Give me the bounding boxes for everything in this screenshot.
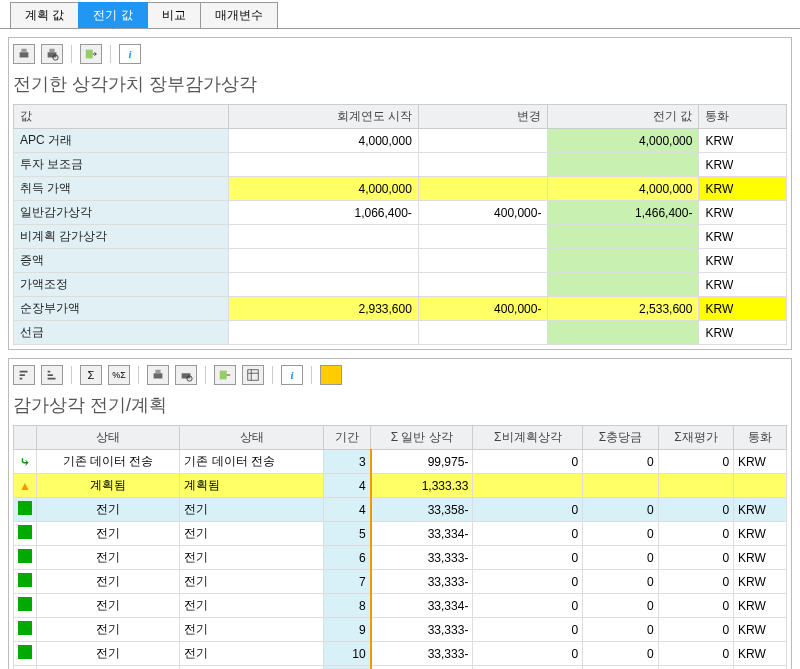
table-row[interactable]: 증액KRW bbox=[14, 249, 787, 273]
cell: 0 bbox=[658, 546, 733, 570]
cell: 4,000,000 bbox=[548, 177, 699, 201]
svg-rect-7 bbox=[155, 370, 160, 374]
info-icon[interactable]: i bbox=[119, 44, 141, 64]
cell: 33,334- bbox=[371, 666, 473, 670]
cell: 전기 bbox=[180, 618, 323, 642]
col-header[interactable]: 통화 bbox=[699, 105, 787, 129]
cell: 0 bbox=[658, 594, 733, 618]
cell: 전기 bbox=[180, 594, 323, 618]
table-row[interactable]: 전기전기1133,334-000KRW bbox=[14, 666, 787, 670]
cell bbox=[583, 474, 658, 498]
cell: 3 bbox=[323, 450, 370, 474]
cell: 33,334- bbox=[371, 594, 473, 618]
table-row[interactable]: 일반감가상각1,066,400-400,000-1,466,400-KRW bbox=[14, 201, 787, 225]
layout-icon[interactable] bbox=[242, 365, 264, 385]
depreciation-table: 상태상태기간Σ 일반 상각Σ비계획상각Σ충당금Σ재평가통화 ⤷기존 데이터 전송… bbox=[13, 425, 787, 669]
col-header[interactable]: 상태 bbox=[180, 426, 323, 450]
tab-params[interactable]: 매개변수 bbox=[200, 2, 278, 28]
cell bbox=[418, 177, 548, 201]
table-row[interactable]: 전기전기533,334-000KRW bbox=[14, 522, 787, 546]
col-header[interactable]: 상태 bbox=[37, 426, 180, 450]
cell: 0 bbox=[583, 546, 658, 570]
divider bbox=[205, 366, 206, 384]
cell: KRW bbox=[699, 129, 787, 153]
table-row[interactable]: 순장부가액2,933,600400,000-2,533,600KRW bbox=[14, 297, 787, 321]
tab-plan[interactable]: 계획 값 bbox=[10, 2, 79, 28]
table-row[interactable]: 전기전기833,334-000KRW bbox=[14, 594, 787, 618]
cell: 증액 bbox=[14, 249, 229, 273]
svg-rect-14 bbox=[326, 370, 337, 381]
table-row[interactable]: APC 거래4,000,0004,000,000KRW bbox=[14, 129, 787, 153]
cell: 11 bbox=[323, 666, 370, 670]
table-row[interactable]: 투자 보조금KRW bbox=[14, 153, 787, 177]
table-row[interactable]: 전기전기733,333-000KRW bbox=[14, 570, 787, 594]
col-header[interactable]: Σ비계획상각 bbox=[473, 426, 583, 450]
cell: 기존 데이터 전송 bbox=[180, 450, 323, 474]
cell bbox=[548, 273, 699, 297]
print-preview-icon[interactable] bbox=[175, 365, 197, 385]
export-icon[interactable] bbox=[80, 44, 102, 64]
col-header[interactable]: 기간 bbox=[323, 426, 370, 450]
table-row[interactable]: 가액조정KRW bbox=[14, 273, 787, 297]
cell: KRW bbox=[734, 546, 787, 570]
col-header[interactable]: 값 bbox=[14, 105, 229, 129]
print-icon[interactable] bbox=[147, 365, 169, 385]
table-row[interactable]: 전기전기433,358-000KRW bbox=[14, 498, 787, 522]
col-header[interactable]: 통화 bbox=[734, 426, 787, 450]
col-header[interactable] bbox=[14, 426, 37, 450]
col-header[interactable]: 회계연도 시작 bbox=[229, 105, 419, 129]
table-row[interactable]: 선금KRW bbox=[14, 321, 787, 345]
table-row[interactable]: 전기전기933,333-000KRW bbox=[14, 618, 787, 642]
cell: 4 bbox=[323, 498, 370, 522]
cell: 전기 bbox=[37, 498, 180, 522]
cell: 0 bbox=[473, 642, 583, 666]
table-row[interactable]: ▲계획됨계획됨41,333.33 bbox=[14, 474, 787, 498]
cell: 1,066,400- bbox=[229, 201, 419, 225]
tab-posted[interactable]: 전기 값 bbox=[78, 2, 147, 28]
sort-desc-icon[interactable] bbox=[41, 365, 63, 385]
cell: 0 bbox=[583, 450, 658, 474]
print-preview-icon[interactable] bbox=[41, 44, 63, 64]
table-row[interactable]: ⤷기존 데이터 전송기존 데이터 전송399,975-000KRW bbox=[14, 450, 787, 474]
cell: 6 bbox=[323, 546, 370, 570]
cell: 0 bbox=[658, 498, 733, 522]
sort-asc-icon[interactable] bbox=[13, 365, 35, 385]
cell: 0 bbox=[583, 618, 658, 642]
cell: 0 bbox=[583, 522, 658, 546]
cell: APC 거래 bbox=[14, 129, 229, 153]
col-header[interactable]: 변경 bbox=[418, 105, 548, 129]
print-icon[interactable] bbox=[13, 44, 35, 64]
col-header[interactable]: Σ 일반 상각 bbox=[371, 426, 473, 450]
cell bbox=[229, 321, 419, 345]
table-row[interactable]: 취득 가액4,000,0004,000,000KRW bbox=[14, 177, 787, 201]
sum-icon[interactable]: Σ bbox=[80, 365, 102, 385]
svg-rect-10 bbox=[220, 371, 227, 380]
tab-compare[interactable]: 비교 bbox=[147, 2, 201, 28]
cell: 0 bbox=[658, 618, 733, 642]
status-icon bbox=[14, 546, 37, 570]
cell: 0 bbox=[473, 450, 583, 474]
tab-bar: 계획 값 전기 값 비교 매개변수 bbox=[0, 0, 800, 29]
cell: 전기 bbox=[180, 642, 323, 666]
col-header[interactable]: 전기 값 bbox=[548, 105, 699, 129]
table-row[interactable]: 전기전기633,333-000KRW bbox=[14, 546, 787, 570]
info-icon[interactable]: i bbox=[281, 365, 303, 385]
col-header[interactable]: Σ충당금 bbox=[583, 426, 658, 450]
highlight-icon[interactable] bbox=[320, 365, 342, 385]
cell: 0 bbox=[658, 642, 733, 666]
cell bbox=[229, 249, 419, 273]
cell bbox=[548, 249, 699, 273]
cell bbox=[229, 153, 419, 177]
table-row[interactable]: 전기전기1033,333-000KRW bbox=[14, 642, 787, 666]
cell: KRW bbox=[734, 666, 787, 670]
table-row[interactable]: 비계획 감가상각KRW bbox=[14, 225, 787, 249]
col-header[interactable]: Σ재평가 bbox=[658, 426, 733, 450]
svg-rect-3 bbox=[49, 49, 54, 53]
cell: 33,333- bbox=[371, 546, 473, 570]
cell bbox=[548, 225, 699, 249]
lower-panel: Σ %Σ i 감가상각 전기/계획 상태상태기간Σ 일반 상각Σ비계획상각Σ충당… bbox=[8, 358, 792, 669]
cell bbox=[418, 225, 548, 249]
cell: 0 bbox=[473, 522, 583, 546]
subtotal-icon[interactable]: %Σ bbox=[108, 365, 130, 385]
export-icon[interactable] bbox=[214, 365, 236, 385]
